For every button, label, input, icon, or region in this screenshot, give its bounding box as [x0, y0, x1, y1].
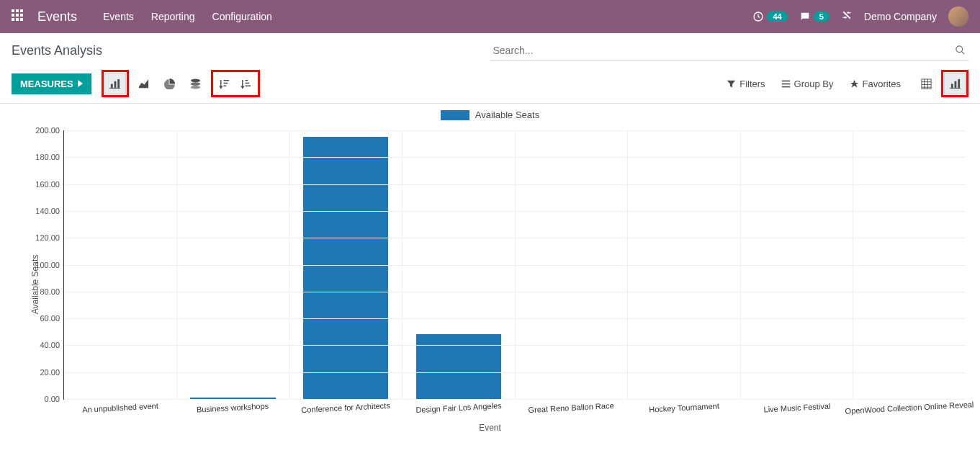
x-tick-label: Business workshops — [197, 401, 269, 413]
highlight-bar-chart — [102, 70, 129, 97]
avatar[interactable] — [948, 6, 968, 27]
plot-area: An unpublished eventBusiness workshopsCo… — [63, 130, 966, 400]
main-menu: Events Reporting Configuration — [103, 11, 272, 22]
activity-button[interactable]: 44 — [752, 11, 787, 22]
favorites-label: Favorites — [863, 79, 901, 89]
measures-label: MEASURES — [20, 79, 73, 89]
line-chart-icon — [138, 79, 149, 89]
pivot-icon — [921, 79, 932, 89]
y-tick-label: 80.00 — [40, 287, 60, 296]
svg-rect-6 — [12, 18, 14, 21]
groupby-button[interactable]: Group By — [781, 79, 834, 89]
stacked-icon — [190, 79, 201, 89]
gridline — [64, 184, 966, 185]
favorites-button[interactable]: Favorites — [850, 79, 901, 89]
gridline — [64, 238, 966, 238]
x-tick-label: Design Fair Los Angeles — [415, 401, 502, 414]
menu-events[interactable]: Events — [103, 11, 134, 22]
pivot-view-button[interactable] — [915, 73, 937, 94]
y-tick-label: 200.00 — [35, 126, 60, 135]
search-icon[interactable] — [955, 45, 966, 58]
search-container — [490, 40, 969, 61]
debug-icon[interactable] — [841, 9, 853, 24]
chat-icon — [799, 11, 811, 22]
x-tick-label: Conference for Architects — [301, 401, 390, 414]
navbar: Events Events Reporting Configuration 44… — [0, 0, 980, 33]
gridline — [64, 318, 966, 319]
x-tick-label: OpenWood Collection Online Reveal — [845, 400, 974, 415]
x-tick-label: Live Music Festival — [763, 402, 830, 414]
line-chart-button[interactable] — [133, 73, 155, 94]
search-input[interactable] — [490, 40, 969, 61]
groupby-label: Group By — [794, 79, 834, 89]
menu-configuration[interactable]: Configuration — [212, 11, 272, 22]
view-switcher — [915, 70, 968, 97]
pie-chart-button[interactable] — [159, 73, 181, 94]
gridline — [64, 130, 966, 131]
pie-chart-icon — [164, 79, 175, 89]
svg-rect-22 — [950, 84, 953, 88]
svg-rect-2 — [20, 9, 23, 12]
highlight-sort — [211, 70, 260, 97]
svg-rect-18 — [781, 80, 789, 81]
bar[interactable] — [416, 334, 501, 399]
sort-desc-icon — [219, 79, 230, 89]
svg-rect-5 — [20, 14, 23, 17]
discuss-button[interactable]: 5 — [799, 11, 830, 22]
gridline — [64, 157, 966, 158]
filters-label: Filters — [740, 79, 765, 89]
sort-asc-icon — [240, 79, 251, 89]
svg-rect-3 — [12, 14, 14, 17]
graph-view-button[interactable] — [944, 73, 966, 94]
svg-point-15 — [191, 79, 200, 82]
y-tick-label: 160.00 — [35, 180, 60, 189]
svg-rect-11 — [111, 84, 113, 88]
x-tick-label: An unpublished event — [82, 401, 158, 414]
svg-rect-14 — [109, 88, 120, 89]
svg-rect-12 — [114, 81, 117, 87]
activity-count: 44 — [767, 12, 787, 22]
svg-rect-7 — [16, 18, 19, 21]
chart-legend: Available Seats — [0, 107, 980, 126]
svg-rect-23 — [954, 81, 956, 87]
bar-chart-button[interactable] — [104, 73, 126, 94]
apps-icon[interactable] — [12, 9, 23, 24]
menu-reporting[interactable]: Reporting — [151, 11, 195, 22]
y-tick-label: 120.00 — [35, 233, 60, 242]
filters-button[interactable]: Filters — [727, 79, 765, 89]
groupby-icon — [781, 79, 791, 89]
svg-rect-4 — [16, 14, 19, 17]
navbar-right: 44 5 Demo Company — [752, 6, 968, 27]
y-tick-label: 140.00 — [35, 207, 60, 215]
bar-chart-icon — [950, 79, 961, 89]
clock-icon — [752, 11, 764, 22]
svg-rect-20 — [781, 86, 789, 87]
brand-title[interactable]: Events — [37, 9, 77, 24]
chart-container: Available Seats An unpublished eventBusi… — [7, 126, 973, 443]
x-axis-title: Event — [479, 423, 501, 433]
x-tick-label: Hockey Tournament — [649, 401, 719, 413]
y-tick-label: 0.00 — [45, 395, 60, 403]
sort-desc-button[interactable] — [214, 73, 235, 94]
star-icon — [850, 79, 859, 89]
legend-swatch — [441, 110, 469, 120]
gridline — [64, 265, 966, 266]
svg-point-10 — [956, 46, 963, 53]
x-tick-label: Great Reno Ballon Race — [528, 401, 614, 414]
svg-rect-19 — [781, 83, 789, 84]
gridline — [64, 292, 966, 292]
y-tick-label: 60.00 — [40, 314, 60, 323]
svg-rect-13 — [117, 79, 120, 87]
svg-rect-1 — [16, 9, 19, 12]
bar-chart-icon — [109, 79, 120, 89]
svg-point-17 — [191, 85, 200, 89]
measures-button[interactable]: MEASURES — [12, 73, 91, 94]
sort-asc-button[interactable] — [235, 73, 257, 94]
caret-right-icon — [78, 80, 83, 87]
bar[interactable] — [303, 137, 388, 399]
stacked-button[interactable] — [185, 73, 207, 94]
company-name[interactable]: Demo Company — [864, 11, 937, 22]
control-panel: Events Analysis MEASURES — [0, 33, 980, 104]
legend-label: Available Seats — [475, 109, 539, 120]
gridline — [64, 345, 966, 346]
